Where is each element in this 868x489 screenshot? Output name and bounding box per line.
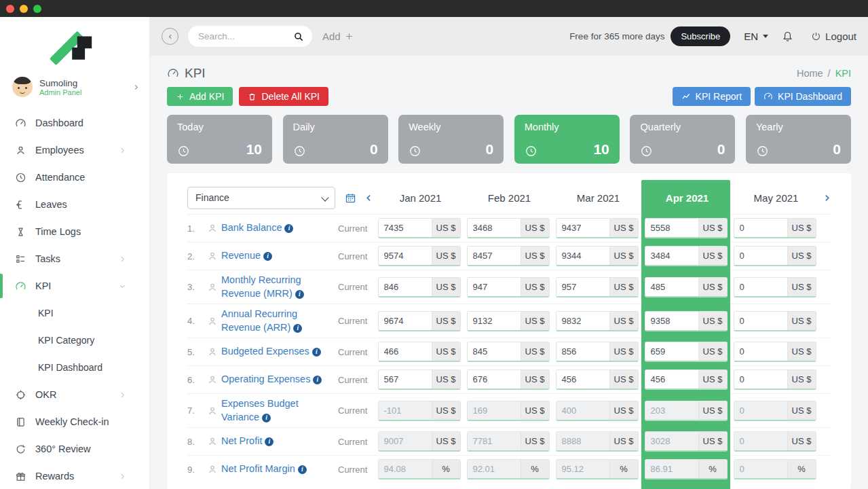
- category-select[interactable]: Finance: [187, 187, 335, 209]
- assignee-person-icon[interactable]: [204, 405, 221, 416]
- sidebar-item-360-review[interactable]: 360° Review: [0, 435, 149, 463]
- sidebar-item-attendance[interactable]: Attendance: [0, 164, 149, 191]
- sidebar-item-time-logs[interactable]: Time Logs: [0, 218, 149, 245]
- kpi-value-input[interactable]: [379, 370, 432, 388]
- kpi-value-input[interactable]: [468, 312, 521, 330]
- info-icon[interactable]: i: [313, 376, 322, 384]
- kpi-value-input[interactable]: [379, 312, 432, 330]
- kpi-value-input[interactable]: [734, 219, 787, 237]
- kpi-value-input[interactable]: [556, 278, 609, 296]
- kpi-value-input[interactable]: [556, 247, 609, 265]
- kpi-value-input[interactable]: [734, 247, 787, 265]
- search-bar[interactable]: [188, 26, 312, 47]
- user-profile[interactable]: Sumoling Admin Panel: [0, 71, 149, 107]
- subscribe-button[interactable]: Subscribe: [671, 26, 730, 46]
- breadcrumb-home[interactable]: Home: [797, 68, 823, 79]
- previous-month-chevron[interactable]: [364, 194, 373, 202]
- language-selector[interactable]: EN: [744, 31, 768, 42]
- kpi-name-link[interactable]: Bank Balancei: [221, 221, 338, 234]
- kpi-name-link[interactable]: Revenuei: [221, 249, 338, 262]
- quick-add-button[interactable]: Add: [322, 31, 354, 42]
- assignee-person-icon[interactable]: [204, 374, 221, 385]
- kpi-value-input[interactable]: [556, 219, 609, 237]
- sidebar-item-kpi[interactable]: KPI: [0, 272, 149, 300]
- kpi-value-input[interactable]: [468, 342, 521, 361]
- kpi-value-input[interactable]: [556, 342, 609, 361]
- info-icon[interactable]: i: [298, 465, 307, 474]
- kpi-table-header: Finance Jan 2021Feb 2021Mar 2021Apr 2021…: [187, 181, 831, 214]
- delete-all-kpi-button[interactable]: Delete All KPI: [239, 87, 328, 106]
- sidebar-item-leaves[interactable]: Leaves: [0, 191, 149, 218]
- next-month-chevron[interactable]: [823, 194, 831, 202]
- kpi-value-input[interactable]: [734, 342, 787, 361]
- info-icon[interactable]: i: [295, 290, 304, 299]
- assignee-person-icon[interactable]: [204, 346, 221, 357]
- sidebar-subitem-kpi-category[interactable]: KPI Category: [0, 327, 149, 354]
- kpi-value-input[interactable]: [645, 219, 698, 237]
- info-icon[interactable]: i: [312, 348, 321, 357]
- kpi-value-input[interactable]: [468, 247, 521, 265]
- kpi-value-input[interactable]: [556, 312, 609, 330]
- kpi-name-link[interactable]: Operating Expensesi: [221, 373, 338, 386]
- kpi-name-link[interactable]: Budgeted Expensesi: [221, 345, 338, 358]
- assignee-person-icon[interactable]: [204, 223, 221, 234]
- search-input[interactable]: [198, 31, 293, 41]
- notifications-bell-icon[interactable]: [782, 31, 793, 42]
- kpi-value-input[interactable]: [734, 370, 787, 388]
- info-icon[interactable]: i: [262, 414, 271, 422]
- collapse-sidebar-button[interactable]: [162, 28, 178, 45]
- kpi-value-input[interactable]: [645, 312, 698, 330]
- info-icon[interactable]: i: [263, 252, 272, 261]
- kpi-value-input[interactable]: [379, 342, 432, 361]
- kpi-value-input[interactable]: [645, 247, 698, 265]
- assignee-person-icon[interactable]: [204, 282, 221, 293]
- kpi-name-link[interactable]: Net Profiti: [221, 435, 338, 448]
- value-cell-month-3: %: [641, 459, 730, 479]
- kpi-value-input[interactable]: [468, 370, 521, 388]
- unit-suffix: %: [698, 460, 727, 478]
- unit-suffix: US $: [609, 278, 638, 296]
- kpi-value-input[interactable]: [379, 247, 432, 265]
- sidebar-item-rewards[interactable]: Rewards: [0, 463, 149, 489]
- info-icon[interactable]: i: [284, 224, 293, 233]
- sidebar-item-employees[interactable]: Employees: [0, 137, 149, 164]
- sidebar-item-weekly-check-in[interactable]: Weekly Check-in: [0, 408, 149, 435]
- kpi-value-input[interactable]: [645, 278, 698, 296]
- search-icon[interactable]: [293, 31, 304, 42]
- minimize-window-button[interactable]: [20, 5, 28, 13]
- assignee-person-icon[interactable]: [204, 251, 221, 261]
- kpi-name-link[interactable]: Annual Recurring Revenue (ARR)i: [221, 308, 338, 333]
- sidebar-item-dashboard[interactable]: Dashboard: [0, 109, 149, 137]
- info-icon[interactable]: i: [293, 324, 302, 333]
- assignee-person-icon[interactable]: [204, 436, 221, 447]
- kpi-value-input[interactable]: [468, 219, 521, 237]
- add-kpi-button[interactable]: Add KPI: [167, 87, 233, 106]
- current-label: Current: [338, 375, 375, 385]
- assignee-person-icon[interactable]: [204, 464, 221, 475]
- calendar-icon[interactable]: [345, 192, 356, 204]
- kpi-value-input[interactable]: [734, 312, 787, 330]
- sidebar-item-okr[interactable]: OKR: [0, 381, 149, 408]
- kpi-dashboard-button[interactable]: KPI Dashboard: [755, 87, 851, 106]
- sidebar-subitem-kpi[interactable]: KPI: [0, 300, 149, 327]
- kpi-report-button[interactable]: KPI Report: [673, 87, 751, 106]
- kpi-value-input[interactable]: [468, 278, 521, 296]
- kpi-value-input[interactable]: [556, 370, 609, 388]
- kpi-value-input[interactable]: [379, 219, 432, 237]
- kpi-value-input[interactable]: [645, 342, 698, 361]
- unit-suffix: US $: [609, 432, 638, 450]
- caret-down-icon: [763, 35, 768, 38]
- kpi-name-link[interactable]: Expenses Budget Variancei: [221, 397, 338, 423]
- sidebar-item-tasks[interactable]: Tasks: [0, 245, 149, 272]
- kpi-name-link[interactable]: Monthly Recurring Revenue (MRR)i: [221, 274, 338, 300]
- assignee-person-icon[interactable]: [204, 316, 221, 327]
- logout-button[interactable]: Logout: [811, 31, 856, 42]
- kpi-name-link[interactable]: Net Profit Margini: [221, 463, 338, 475]
- kpi-value-input[interactable]: [645, 370, 698, 388]
- zoom-window-button[interactable]: [33, 5, 41, 13]
- info-icon[interactable]: i: [265, 437, 273, 446]
- kpi-value-input[interactable]: [734, 278, 787, 296]
- close-window-button[interactable]: [6, 5, 14, 13]
- sidebar-subitem-kpi-dashboard[interactable]: KPI Dashboard: [0, 354, 149, 381]
- kpi-value-input[interactable]: [379, 278, 432, 296]
